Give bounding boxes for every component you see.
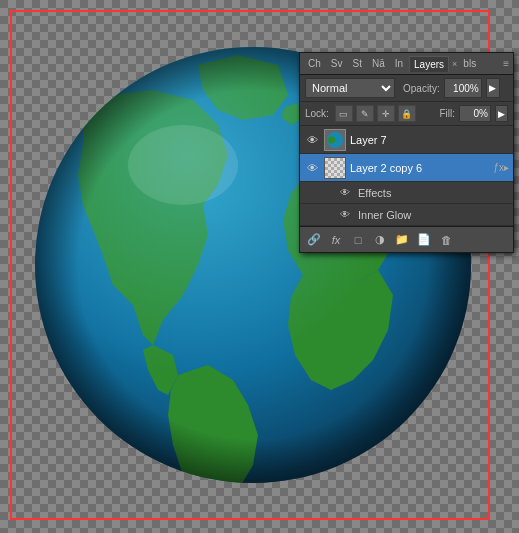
- layer-group-btn[interactable]: 📁: [392, 230, 412, 250]
- effect-inner-glow-eye[interactable]: 👁: [340, 209, 354, 220]
- layer-visibility-layer7[interactable]: 👁: [304, 132, 320, 148]
- lock-row: Lock: ▭ ✎ ✛ 🔒 Fill: ▶: [300, 102, 513, 126]
- lock-label: Lock:: [305, 108, 329, 119]
- fill-label: Fill:: [439, 108, 455, 119]
- lock-image-btn[interactable]: ✎: [356, 105, 374, 122]
- tab-sv[interactable]: Sv: [327, 56, 347, 71]
- effect-header-eye[interactable]: 👁: [340, 187, 354, 198]
- effect-header[interactable]: 👁 Effects: [300, 182, 513, 204]
- panel-menu-icon[interactable]: ≡: [503, 58, 509, 69]
- blend-mode-select[interactable]: Normal: [305, 78, 395, 98]
- panel-toolbar: 🔗 fx □ ◑ 📁 📄 🗑: [300, 226, 513, 252]
- add-style-btn[interactable]: fx: [326, 230, 346, 250]
- lock-transparent-btn[interactable]: ▭: [335, 105, 353, 122]
- layer-thumb-layer7: [324, 129, 346, 151]
- canvas-area: Ch Sv St Nā In Layers × bls ≡ Normal Opa…: [0, 0, 519, 533]
- layer-thumb-layer2copy6: [324, 157, 346, 179]
- new-layer-btn[interactable]: 📄: [414, 230, 434, 250]
- tab-na[interactable]: Nā: [368, 56, 389, 71]
- lock-position-btn[interactable]: ✛: [377, 105, 395, 122]
- link-layers-btn[interactable]: 🔗: [304, 230, 324, 250]
- layers-panel: Ch Sv St Nā In Layers × bls ≡ Normal Opa…: [299, 52, 514, 253]
- panel-tabs: Ch Sv St Nā In Layers × bls ≡: [300, 53, 513, 75]
- svg-point-5: [128, 125, 238, 205]
- adjustment-layer-btn[interactable]: ◑: [370, 230, 390, 250]
- layer-name-layer2copy6: Layer 2 copy 6: [350, 162, 487, 174]
- layer-visibility-layer2copy6[interactable]: 👁: [304, 160, 320, 176]
- add-mask-btn[interactable]: □: [348, 230, 368, 250]
- tab-layers[interactable]: Layers: [409, 56, 449, 72]
- effect-header-name: Effects: [358, 187, 391, 199]
- layer-item-layer7[interactable]: 👁 Layer 7: [300, 126, 513, 154]
- layers-content: 👁 Layer 7 👁 Layer 2 copy 6 ƒx▸ 👁: [300, 126, 513, 226]
- tab-bls[interactable]: bls: [459, 56, 480, 71]
- layer-name-layer7: Layer 7: [350, 134, 509, 146]
- delete-layer-btn[interactable]: 🗑: [436, 230, 456, 250]
- tab-ch[interactable]: Ch: [304, 56, 325, 71]
- effect-inner-glow-name: Inner Glow: [358, 209, 411, 221]
- tab-close[interactable]: ×: [452, 59, 457, 69]
- opacity-label: Opacity:: [403, 83, 440, 94]
- lock-icons: ▭ ✎ ✛ 🔒: [335, 105, 416, 122]
- effect-inner-glow[interactable]: 👁 Inner Glow: [300, 204, 513, 226]
- layer-item-layer2copy6[interactable]: 👁 Layer 2 copy 6 ƒx▸: [300, 154, 513, 182]
- layer-fx-icon: ƒx▸: [493, 162, 509, 173]
- fill-input[interactable]: [459, 105, 491, 122]
- fill-arrow[interactable]: ▶: [495, 105, 508, 122]
- tab-in[interactable]: In: [391, 56, 407, 71]
- opacity-input[interactable]: [444, 78, 482, 98]
- lock-all-btn[interactable]: 🔒: [398, 105, 416, 122]
- blend-row: Normal Opacity: ▶: [300, 75, 513, 102]
- tab-st[interactable]: St: [348, 56, 365, 71]
- opacity-arrow[interactable]: ▶: [486, 78, 500, 98]
